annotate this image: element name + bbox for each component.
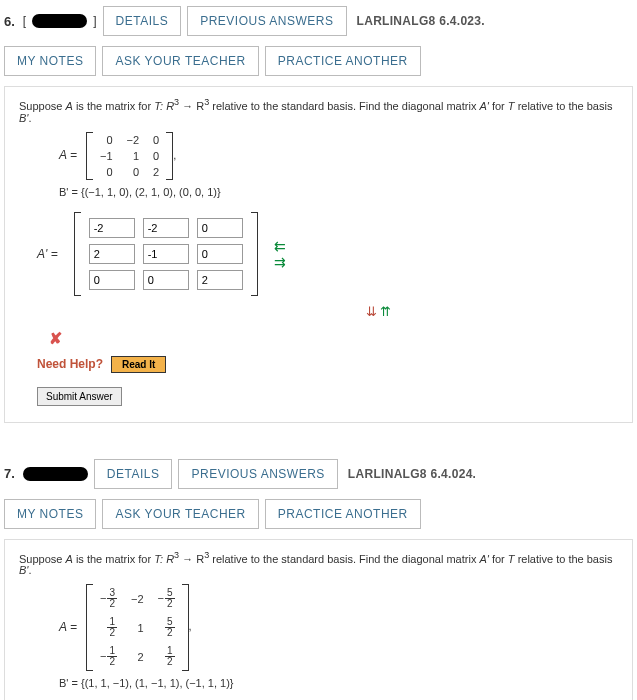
practice-another-button[interactable]: PRACTICE ANOTHER (265, 46, 421, 76)
answer-matrix-row: A' = (37, 212, 618, 296)
answer-matrix-inputs (81, 212, 251, 296)
cell-2-1[interactable] (143, 270, 189, 290)
A-prime-label: A' = (37, 247, 58, 261)
question-prompt: Suppose A is the matrix for T: R3 → R3 r… (19, 550, 618, 577)
question-number: 6. (4, 14, 15, 29)
row-arrows-icon[interactable]: ⇊ ⇈ (139, 304, 618, 319)
cell-2-0[interactable] (89, 270, 135, 290)
cell-1-2[interactable] (197, 244, 243, 264)
question-reference: LARLINALG8 6.4.023. (353, 14, 485, 28)
previous-answers-button[interactable]: PREVIOUS ANSWERS (187, 6, 346, 36)
previous-answers-button[interactable]: PREVIOUS ANSWERS (178, 459, 337, 489)
details-button[interactable]: DETAILS (103, 6, 182, 36)
question-prompt: Suppose A is the matrix for T: R3 → R3 r… (19, 97, 618, 124)
my-notes-button[interactable]: MY NOTES (4, 46, 96, 76)
matrix-A: −32 −2 −52 12 1 52 −12 2 12 (93, 584, 182, 671)
question-number: 7. (4, 466, 15, 481)
question-7: 7. DETAILS PREVIOUS ANSWERS LARLINALG8 6… (0, 453, 637, 700)
question-header: 7. DETAILS PREVIOUS ANSWERS LARLINALG8 6… (0, 453, 637, 495)
cell-1-0[interactable] (89, 244, 135, 264)
details-button[interactable]: DETAILS (94, 459, 173, 489)
basis-B-prime: B' = {(1, 1, −1), (1, −1, 1), (−1, 1, 1)… (59, 677, 618, 689)
cell-0-1[interactable] (143, 218, 189, 238)
action-buttons-row: MY NOTES ASK YOUR TEACHER PRACTICE ANOTH… (0, 495, 637, 539)
ask-teacher-button[interactable]: ASK YOUR TEACHER (102, 46, 258, 76)
cell-0-0[interactable] (89, 218, 135, 238)
submit-answer-button[interactable]: Submit Answer (37, 387, 122, 406)
col-arrows-icon[interactable]: ⇇⇉ (274, 238, 286, 270)
action-buttons-row: MY NOTES ASK YOUR TEACHER PRACTICE ANOTH… (0, 42, 637, 86)
cell-1-1[interactable] (143, 244, 189, 264)
question-content: Suppose A is the matrix for T: R3 → R3 r… (4, 539, 633, 700)
incorrect-icon: ✘ (49, 329, 618, 348)
points-redacted (32, 14, 87, 28)
need-help-row: Need Help? Read It (37, 356, 618, 373)
read-it-button[interactable]: Read It (111, 356, 166, 373)
matrix-A-definition: A = 0−20 −110 002 , (59, 132, 618, 180)
matrix-A-definition: A = −32 −2 −52 12 1 52 −12 (59, 584, 618, 671)
cell-2-2[interactable] (197, 270, 243, 290)
my-notes-button[interactable]: MY NOTES (4, 499, 96, 529)
question-reference: LARLINALG8 6.4.024. (344, 467, 476, 481)
cell-0-2[interactable] (197, 218, 243, 238)
question-header: 6. [] DETAILS PREVIOUS ANSWERS LARLINALG… (0, 0, 637, 42)
ask-teacher-button[interactable]: ASK YOUR TEACHER (102, 499, 258, 529)
question-content: Suppose A is the matrix for T: R3 → R3 r… (4, 86, 633, 423)
points-redacted (23, 467, 88, 481)
practice-another-button[interactable]: PRACTICE ANOTHER (265, 499, 421, 529)
matrix-A: 0−20 −110 002 (93, 132, 166, 180)
need-help-label: Need Help? (37, 357, 103, 371)
basis-B-prime: B' = {(−1, 1, 0), (2, 1, 0), (0, 0, 1)} (59, 186, 618, 198)
question-6: 6. [] DETAILS PREVIOUS ANSWERS LARLINALG… (0, 0, 637, 423)
